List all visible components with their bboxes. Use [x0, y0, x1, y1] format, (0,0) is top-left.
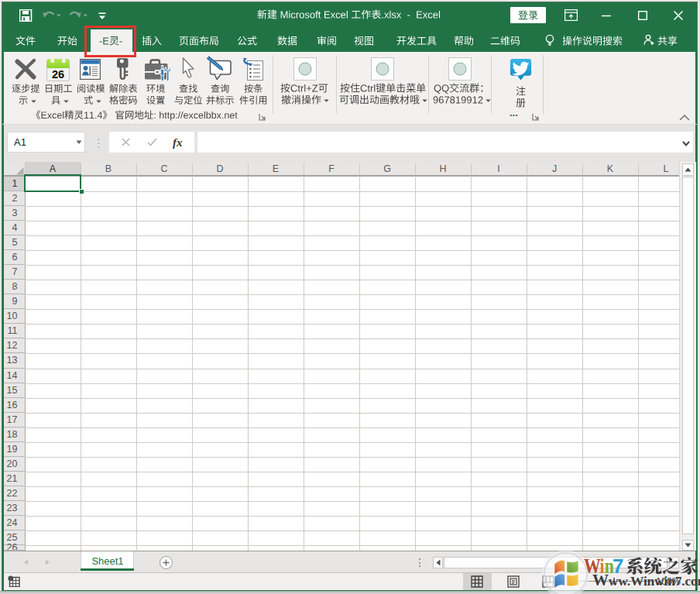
svg-text:26: 26 — [52, 68, 64, 81]
